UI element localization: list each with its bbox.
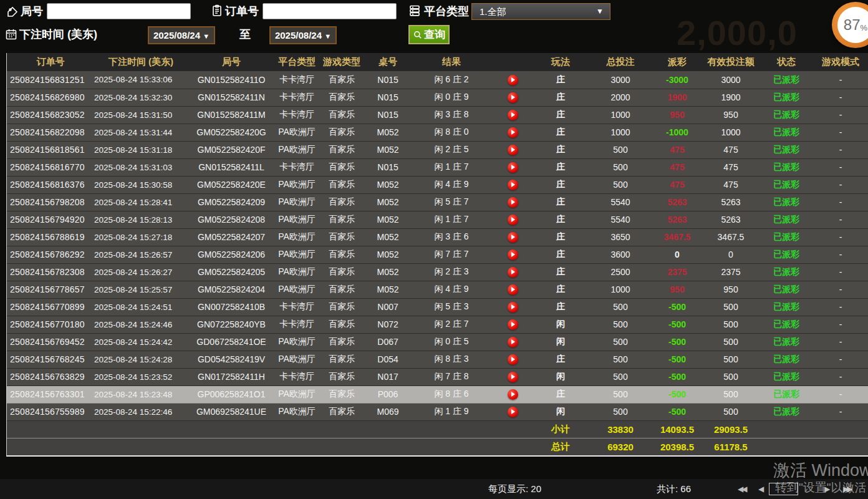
grand-total-total-bet: 69320	[588, 438, 653, 455]
play-icon	[511, 95, 515, 100]
table-row[interactable]: 250824156798208 2025-08-24 15:28:41 GM05…	[7, 193, 868, 211]
play-icon	[511, 357, 515, 362]
replay-button[interactable]	[508, 337, 518, 347]
first-page-icon[interactable]	[738, 485, 745, 493]
play-icon	[511, 269, 515, 274]
query-button[interactable]: 查询	[408, 25, 450, 44]
subtotal-label: 小计	[533, 420, 588, 438]
replay-button[interactable]	[508, 127, 518, 138]
table-body: 250824156831251 2025-08-24 15:33:06 GN01…	[7, 71, 868, 420]
table-row[interactable]: 250824156823052 2025-08-24 15:31:50 GN01…	[7, 106, 868, 124]
col-header-round: 局号	[188, 53, 275, 71]
replay-button[interactable]	[508, 319, 518, 330]
replay-button[interactable]	[508, 407, 518, 417]
play-icon	[511, 147, 515, 152]
table-row[interactable]: 250824156831251 2025-08-24 15:33:06 GN01…	[7, 71, 868, 89]
clipboard-icon	[211, 4, 223, 17]
calendar-icon	[5, 28, 17, 41]
round-label: 局号	[21, 4, 43, 19]
play-icon	[511, 304, 515, 309]
replay-button[interactable]	[508, 250, 518, 260]
replay-button[interactable]	[508, 284, 518, 295]
date-to-picker[interactable]: 2025/08/24	[269, 26, 337, 44]
table-row[interactable]: 250824156816770 2025-08-24 15:31:03 GN01…	[7, 158, 868, 176]
table-summary: 小计 33830 14093.5 29093.5 总计 69320 20398.…	[7, 420, 868, 455]
replay-button[interactable]	[508, 302, 518, 312]
to-label: 至	[239, 27, 251, 42]
table-row[interactable]: 250824156788619 2025-08-24 15:27:18 GM05…	[7, 228, 868, 246]
replay-button[interactable]	[508, 197, 518, 208]
col-header-order: 订单号	[7, 53, 94, 71]
replay-button[interactable]	[508, 162, 518, 173]
platform-stack-icon	[408, 4, 421, 17]
play-icon	[511, 200, 515, 205]
search-icon	[413, 30, 423, 40]
col-header-result: 结果	[411, 53, 492, 71]
subtotal-row: 小计 33830 14093.5 29093.5	[7, 420, 868, 438]
goto-page-input[interactable]	[769, 483, 798, 495]
replay-button[interactable]	[508, 92, 518, 103]
play-icon	[511, 287, 515, 292]
table-row[interactable]: 250824156794920 2025-08-24 15:28:13 GM05…	[7, 211, 868, 228]
col-header-bet-time: 下注时间 (美东)	[94, 53, 188, 71]
col-header-game-mode: 游戏模式	[813, 53, 868, 71]
subtotal-valid-bet: 29093.5	[702, 420, 760, 438]
table-row[interactable]: 250824156763829 2025-08-24 15:23:52 GN01…	[7, 368, 868, 385]
table-row[interactable]: 250824156778657 2025-08-24 15:25:57 GM05…	[7, 281, 868, 298]
replay-button[interactable]	[508, 75, 518, 85]
table-row[interactable]: 250824156782308 2025-08-24 15:26:27 GM05…	[7, 263, 868, 281]
replay-button[interactable]	[508, 145, 518, 155]
play-icon	[511, 112, 515, 117]
replay-button[interactable]	[508, 232, 518, 243]
replay-button[interactable]	[508, 180, 518, 190]
table-row[interactable]: 250824156816376 2025-08-24 15:30:58 GM05…	[7, 176, 868, 193]
platform-type-label: 平台类型	[424, 4, 469, 19]
platform-type-select[interactable]: 1.全部	[471, 3, 610, 20]
pagination-bar: Dale 每页显示: 20 共计: 66	[0, 479, 868, 499]
play-icon	[511, 322, 515, 327]
replay-button[interactable]	[508, 110, 518, 120]
round-input[interactable]	[47, 3, 191, 19]
progress-badge-value: 87%	[837, 7, 868, 43]
table-row[interactable]: 250824156770180 2025-08-24 15:24:46 GN07…	[7, 316, 868, 333]
play-icon	[511, 130, 515, 135]
grand-total-valid-bet: 61178.5	[702, 438, 760, 455]
table-row[interactable]: 250824156826980 2025-08-24 15:32:30 GN01…	[7, 89, 868, 106]
col-header-game-type: 游戏类型	[319, 53, 365, 71]
table-header-row: 订单号 下注时间 (美东) 局号 平台类型 游戏类型 桌号 结果 玩法 总投注 …	[7, 53, 868, 71]
bet-time-label: 下注时间 (美东)	[19, 27, 97, 42]
play-icon	[511, 77, 515, 82]
table-row[interactable]: 250824156769452 2025-08-24 15:24:42 GD06…	[7, 333, 868, 351]
replay-button[interactable]	[508, 354, 518, 365]
betting-records-page: 2,000,0 局号 订单号 平台类型 1.全部 下注时间 (美东) 2025/…	[0, 0, 868, 499]
order-input[interactable]	[263, 3, 397, 19]
col-header-valid-bet: 有效投注额	[702, 53, 760, 71]
replay-button[interactable]	[508, 215, 518, 225]
replay-button[interactable]	[508, 389, 518, 400]
subtotal-payout: 14093.5	[653, 420, 702, 438]
replay-button[interactable]	[508, 372, 518, 382]
next-page-icon[interactable]	[824, 485, 830, 493]
tag-icon	[6, 6, 19, 18]
play-icon	[511, 409, 515, 414]
col-header-status: 状态	[760, 53, 813, 71]
table-row[interactable]: 250824156786292 2025-08-24 15:26:57 GM05…	[7, 246, 868, 263]
replay-button[interactable]	[508, 267, 518, 278]
play-icon	[511, 235, 515, 240]
windows-activation-watermark-line1: 激活 Windows	[773, 459, 868, 482]
table-row[interactable]: 250824156770899 2025-08-24 15:24:51 GN00…	[7, 298, 868, 316]
table-row[interactable]: 250824156755989 2025-08-24 15:22:46 GM06…	[7, 403, 868, 420]
play-icon	[511, 182, 515, 187]
table-row[interactable]: 250824156763301 2025-08-24 15:23:48 GP00…	[7, 385, 868, 403]
prev-page-icon[interactable]	[758, 485, 764, 493]
platform-type-value: 1.全部	[480, 6, 506, 17]
play-icon	[511, 339, 515, 344]
date-from-picker[interactable]: 2025/08/24	[148, 26, 215, 44]
table-row[interactable]: 250824156768245 2025-08-24 15:24:28 GD05…	[7, 351, 868, 368]
table-row[interactable]: 250824156818561 2025-08-24 15:31:18 GM05…	[7, 141, 868, 158]
table-row[interactable]: 250824156822098 2025-08-24 15:31:44 GM05…	[7, 124, 868, 141]
col-header-replay	[492, 53, 533, 71]
play-icon	[511, 217, 515, 222]
last-page-icon[interactable]	[843, 485, 851, 493]
order-label: 订单号	[225, 4, 259, 19]
